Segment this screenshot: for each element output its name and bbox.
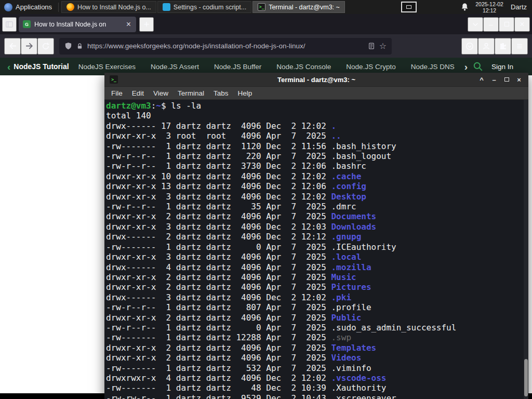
terminal-output[interactable]: dartz@vm3:~$ ls -la total 140 drwx------…: [104, 100, 528, 399]
terminal-total-line: total 140: [106, 111, 528, 121]
terminal-line: drwxr-xr-x 10 dartz dartz 4096 Dec 2 12:…: [106, 171, 528, 181]
clock-time: 12:12: [483, 7, 496, 14]
distro-logo-icon: [4, 3, 12, 11]
browser-tab[interactable]: G How to Install Node.js on ×: [19, 17, 136, 32]
terminal-line: -rw------- 1 dartz dartz 532 Apr 7 2025 …: [106, 363, 528, 373]
pocket-icon[interactable]: [461, 38, 478, 55]
panel-clock[interactable]: 2025-12-02 12:12: [475, 1, 503, 14]
terminal-menu-tabs[interactable]: Tabs: [209, 89, 233, 97]
terminal-window: >_ Terminal - dartz@vm3: ~ ^ – × FileEdi…: [104, 73, 528, 399]
terminal-line: drwxr-xr-x 13 dartz dartz 4096 Dec 2 12:…: [106, 181, 528, 191]
terminal-line: drwxr-xr-x 2 dartz dartz 4096 Apr 7 2025…: [106, 313, 528, 323]
terminal-menu-file[interactable]: File: [107, 89, 127, 97]
terminal-line: -rw-r--r-- 1 dartz dartz 807 Apr 7 2025 …: [106, 302, 528, 312]
terminal-window-controls: ^ – ×: [475, 74, 525, 85]
list-all-tabs-button[interactable]: [468, 17, 483, 32]
terminal-line: drwxrwxr-x 4 dartz dartz 4096 Dec 2 12:0…: [106, 373, 528, 383]
panel-separator: [58, 3, 59, 12]
toolbar-right-buttons: ≡: [461, 38, 528, 55]
terminal-menu-view[interactable]: View: [149, 89, 173, 97]
browser-restore-button[interactable]: [499, 17, 514, 32]
gfg-nav-link[interactable]: Node.JS Buffer: [214, 63, 261, 71]
terminal-line: -rw------- 1 dartz dartz 0 Apr 7 2025 .I…: [106, 242, 528, 252]
browser-minimize-button[interactable]: –: [483, 17, 499, 32]
nav-scroll-left-icon[interactable]: ‹: [5, 62, 12, 72]
back-button[interactable]: [4, 38, 21, 55]
terminal-menu-terminal[interactable]: Terminal: [173, 89, 209, 97]
gfg-nav-links: NodeJS ExercisesNode.JS AssertNode.JS Bu…: [78, 63, 462, 71]
terminal-line: drwxr-xr-x 3 dartz dartz 4096 Dec 2 12:0…: [106, 222, 528, 232]
panel-username: Dartz: [511, 3, 527, 11]
reload-button[interactable]: [37, 38, 54, 55]
terminal-scrollbar-thumb[interactable]: [524, 359, 528, 396]
tab-close-button[interactable]: ×: [125, 20, 132, 29]
terminal-entries: drwx------ 17 dartz dartz 4096 Dec 2 12:…: [106, 121, 528, 399]
terminal-line: drwxr-xr-x 3 dartz dartz 4096 Apr 7 2025…: [106, 252, 528, 262]
firefox-view-button[interactable]: [2, 17, 17, 32]
terminal-line: drwx------ 4 dartz dartz 4096 Apr 7 2025…: [106, 262, 528, 272]
codium-icon: [163, 3, 170, 11]
terminal-line: drwxr-xr-x 2 dartz dartz 4096 Apr 7 2025…: [106, 353, 528, 363]
terminal-menu-edit[interactable]: Edit: [127, 89, 149, 97]
terminal-line: -rw------- 1 dartz dartz 1120 Dec 2 11:5…: [106, 141, 528, 151]
terminal-line: drwxr-xr-x 3 dartz dartz 4096 Dec 2 12:0…: [106, 192, 528, 202]
new-tab-button[interactable]: +: [139, 17, 154, 32]
terminal-menu-help[interactable]: Help: [233, 89, 257, 97]
forward-button[interactable]: [21, 38, 37, 55]
gfg-nav-link[interactable]: Node.JS Assert: [151, 63, 199, 71]
url-bar[interactable]: https://www.geeksforgeeks.org/node-js/in…: [59, 38, 392, 55]
terminal-line: drwx------ 17 dartz dartz 4096 Dec 2 12:…: [106, 121, 528, 131]
terminal-shade-button[interactable]: ^: [475, 74, 488, 85]
tab-bar: G How to Install Node.js on × + – ×: [0, 14, 532, 34]
gfg-nav-link[interactable]: Node.JS Console: [276, 63, 331, 71]
terminal-line: -rw-r--r-- 1 dartz dartz 0 Apr 7 2025 .s…: [106, 323, 528, 332]
sign-in-button[interactable]: Sign In: [491, 63, 513, 71]
gfg-nav-link[interactable]: Node.JS DNS: [411, 63, 455, 71]
terminal-line: drwxr-xr-x 2 dartz dartz 4096 Apr 7 2025…: [106, 282, 528, 292]
terminal-close-button[interactable]: ×: [513, 74, 525, 85]
reader-mode-icon[interactable]: [368, 42, 375, 50]
terminal-scrollbar[interactable]: [524, 100, 528, 399]
terminal-line: -rw-r--r-- 1 dartz dartz 3730 Dec 2 12:0…: [106, 161, 528, 171]
gfg-brand[interactable]: NodeJS Tutorial: [14, 62, 69, 71]
tray-terminal-icon[interactable]: [401, 2, 417, 12]
terminal-prompt-line: dartz@vm3:~$ ls -la: [106, 101, 528, 111]
terminal-line: drwx------ 3 dartz dartz 4096 Dec 2 12:0…: [106, 292, 528, 302]
account-icon[interactable]: [478, 38, 495, 55]
notification-bell-icon[interactable]: [460, 3, 469, 11]
terminal-app-icon: >_: [110, 75, 118, 84]
gfg-nav-link[interactable]: Node.JS Crypto: [346, 63, 395, 71]
terminal-maximize-button[interactable]: [500, 74, 513, 85]
terminal-line: drwxr-xr-x 2 dartz dartz 4096 Apr 7 2025…: [106, 211, 528, 221]
lock-icon[interactable]: [76, 43, 83, 50]
terminal-line: drwxr-xr-x 2 dartz dartz 4096 Apr 7 2025…: [106, 272, 528, 282]
terminal-line: drwxr-xr-x 3 root root 4096 Apr 7 2025 .…: [106, 131, 528, 141]
terminal-line: -rw-r--r-- 1 dartz dartz 35 Apr 7 2025 .…: [106, 202, 528, 211]
terminal-title: Terminal - dartz@vm3: ~: [277, 76, 355, 84]
site-favicon: G: [23, 20, 31, 28]
taskbar-button-terminal[interactable]: >_ Terminal - dartz@vm3: ~: [252, 1, 345, 13]
terminal-minimize-button[interactable]: –: [488, 74, 500, 85]
terminal-line: -rw-rw-r-- 1 dartz dartz 9529 Dec 2 10:4…: [106, 393, 528, 399]
terminal-line: drwxr-xr-x 2 dartz dartz 4096 Apr 7 2025…: [106, 343, 528, 353]
terminal-menubar: FileEditViewTerminalTabsHelp: [104, 87, 528, 100]
terminal-titlebar[interactable]: >_ Terminal - dartz@vm3: ~ ^ – ×: [104, 73, 528, 87]
browser-close-button[interactable]: ×: [514, 17, 530, 32]
firefox-icon: [66, 3, 74, 11]
taskbar-button-codium[interactable]: Settings - codium script...: [157, 1, 251, 13]
clock-date: 2025-12-02: [475, 1, 503, 7]
tab-title: How to Install Node.js on: [34, 21, 122, 28]
taskbar-button-firefox[interactable]: How to Install Node.js o...: [61, 1, 156, 13]
menu-hamburger-icon[interactable]: ≡: [511, 38, 528, 55]
nav-scroll-right-icon[interactable]: ›: [462, 62, 470, 72]
terminal-line: drwx------ 2 dartz dartz 4096 Dec 2 12:1…: [106, 232, 528, 242]
applications-menu[interactable]: Applications: [0, 0, 56, 14]
terminal-line: -rw-r--r-- 1 dartz dartz 220 Apr 7 2025 …: [106, 151, 528, 161]
terminal-line: -rw------- 1 dartz dartz 48 Dec 2 10:39 …: [106, 383, 528, 393]
bookmark-star-icon[interactable]: ☆: [379, 41, 387, 51]
tracking-shield-icon[interactable]: [64, 42, 72, 50]
terminal-icon: >_: [258, 3, 265, 11]
search-icon[interactable]: [473, 61, 483, 72]
gfg-nav-link[interactable]: NodeJS Exercises: [78, 63, 136, 71]
extensions-puzzle-icon[interactable]: [495, 38, 511, 55]
